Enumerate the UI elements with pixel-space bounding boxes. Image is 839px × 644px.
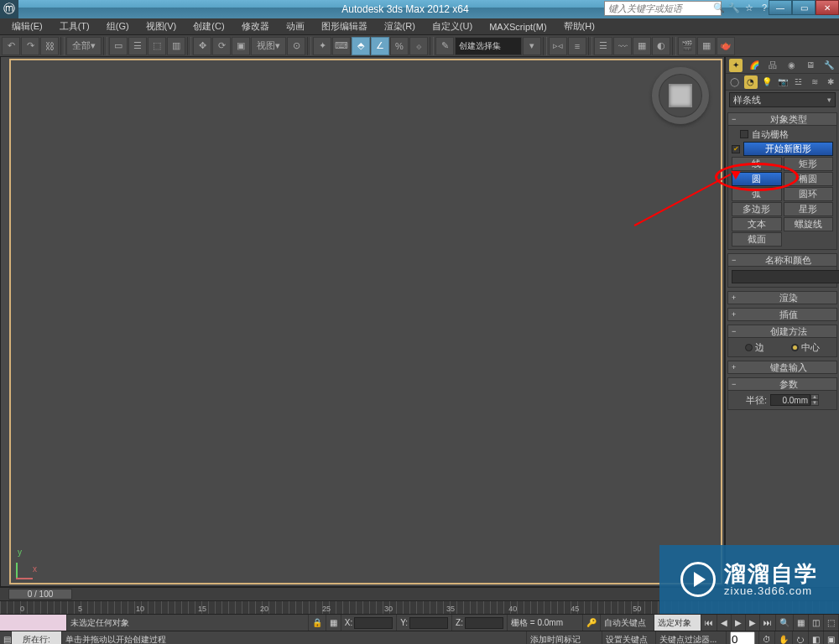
star-icon[interactable]: ☆ (743, 2, 755, 13)
coord-z-input[interactable] (465, 617, 503, 629)
percent-snap-icon[interactable]: % (390, 37, 409, 55)
modify-tab-icon[interactable]: 🌈 (748, 59, 761, 72)
search-icon[interactable]: 🔍 (713, 2, 725, 13)
subcategory-dropdown[interactable]: 样条线 (729, 92, 836, 107)
rotate-icon[interactable]: ⟳ (212, 37, 231, 55)
render-icon[interactable]: 🫖 (717, 37, 735, 55)
radius-spinner[interactable]: ▲▼ (770, 394, 819, 406)
startnew-checkbox[interactable]: ✔ (732, 145, 740, 153)
shape-ngon-button[interactable]: 多边形 (732, 202, 782, 216)
select-region-icon[interactable]: ⬚ (148, 37, 166, 55)
select-icon[interactable]: ▭ (109, 37, 128, 55)
start-new-shape-button[interactable]: 开始新图形 (743, 142, 833, 156)
shape-rectangle-button[interactable]: 矩形 (784, 157, 834, 171)
time-input[interactable] (730, 631, 755, 644)
display-tab-icon[interactable]: 🖥 (804, 59, 817, 72)
viewcube[interactable] (652, 67, 709, 124)
render-setup-icon[interactable]: 🎬 (678, 37, 696, 55)
edit-selection-icon[interactable]: ✎ (435, 37, 454, 55)
window-crossing-icon[interactable]: ▥ (167, 37, 185, 55)
rollout-method-header[interactable]: −创建方法 (727, 325, 837, 338)
help-search-input[interactable] (604, 1, 722, 16)
time-slider-handle[interactable]: 0 / 100 (8, 589, 72, 600)
key-target-dropdown[interactable]: 选定对象 (654, 615, 701, 631)
nav-pan-icon[interactable]: ✋ (775, 631, 793, 644)
menu-modifiers[interactable]: 修改器 (233, 20, 278, 33)
play-next-icon[interactable]: ▶ (746, 615, 760, 631)
viewport[interactable]: [ + 0 顶 0 真实 y x (0, 57, 725, 587)
play-prev-icon[interactable]: ◀ (717, 615, 732, 631)
lights-cat-icon[interactable]: 💡 (760, 75, 774, 89)
move-icon[interactable]: ✥ (193, 37, 211, 55)
shape-ellipse-button[interactable]: 椭圆 (784, 172, 834, 186)
systems-cat-icon[interactable]: ✱ (824, 75, 837, 89)
selection-dropdown-icon[interactable]: ▾ (523, 37, 541, 55)
shape-arc-button[interactable]: 弧 (732, 187, 782, 201)
create-tab-icon[interactable]: ✦ (729, 59, 743, 72)
key-filters-button[interactable]: 关键点过滤器... (656, 631, 727, 644)
angle-snap-icon[interactable]: ∠ (371, 37, 389, 55)
time-config-icon[interactable]: ⏱ (759, 631, 775, 644)
coord-y-input[interactable] (409, 617, 448, 629)
play-start-icon[interactable]: ⏮ (701, 615, 717, 631)
nav-region-icon[interactable]: ⬚ (824, 615, 839, 631)
select-name-icon[interactable]: ☰ (128, 37, 147, 55)
shape-section-button[interactable]: 截面 (732, 232, 782, 247)
play-end-icon[interactable]: ⏭ (760, 615, 776, 631)
selection-scope[interactable]: 全部 ▾ (66, 37, 102, 55)
select-manipulate-icon[interactable]: ✦ (313, 37, 331, 55)
geometry-cat-icon[interactable]: ◯ (728, 75, 742, 89)
keyboard-shortcut-icon[interactable]: ⌨ (332, 37, 351, 55)
shape-helix-button[interactable]: 螺旋线 (784, 217, 834, 231)
layer-icon[interactable]: ☰ (594, 37, 612, 55)
radius-up-icon[interactable]: ▲ (810, 394, 819, 400)
object-name-input[interactable] (732, 270, 839, 283)
shapes-cat-icon[interactable]: ◔ (744, 75, 758, 89)
script-listener[interactable] (0, 615, 67, 631)
wrench-icon[interactable]: 🔧 (728, 2, 740, 13)
minimize-button[interactable]: — (769, 0, 792, 15)
rollout-render-header[interactable]: +渲染 (727, 291, 837, 304)
nav-zoom-icon[interactable]: 🔍 (776, 615, 794, 631)
scale-icon[interactable]: ▣ (232, 37, 250, 55)
helpers-cat-icon[interactable]: ☳ (792, 75, 805, 89)
menu-grapheditors[interactable]: 图形编辑器 (313, 20, 376, 33)
hierarchy-tab-icon[interactable]: 品 (766, 59, 779, 72)
method-edge-radio[interactable]: 边 (745, 341, 764, 354)
menu-rendering[interactable]: 渲染(R) (376, 20, 424, 33)
align-icon[interactable]: ≡ (568, 37, 586, 55)
menu-tools[interactable]: 工具(T) (51, 20, 98, 33)
radius-down-icon[interactable]: ▼ (810, 400, 819, 406)
menu-group[interactable]: 组(G) (98, 20, 138, 33)
rollout-namecolor-header[interactable]: −名称和颜色 (727, 253, 837, 267)
curve-editor-icon[interactable]: 〰 (613, 37, 632, 55)
motion-tab-icon[interactable]: ◉ (785, 59, 799, 72)
help-search[interactable] (604, 1, 722, 16)
play-icon[interactable]: ▶ (732, 615, 746, 631)
key-icon[interactable]: 🔑 (583, 615, 601, 631)
utilities-tab-icon[interactable]: 🔧 (822, 59, 836, 72)
rollout-object-type-header[interactable]: −对象类型 (727, 112, 837, 126)
schematic-icon[interactable]: ▦ (633, 37, 651, 55)
radius-input[interactable] (770, 394, 810, 406)
menu-customize[interactable]: 自定义(U) (424, 20, 481, 33)
menu-maxscript[interactable]: MAXScript(M) (481, 22, 555, 32)
menu-animation[interactable]: 动画 (278, 20, 313, 33)
spacewarps-cat-icon[interactable]: ≋ (808, 75, 821, 89)
rollout-keyboard-header[interactable]: +键盘输入 (727, 361, 837, 374)
mirror-icon[interactable]: ▹◃ (549, 37, 567, 55)
viewport-inner[interactable] (9, 59, 722, 584)
redo-icon[interactable]: ↷ (21, 37, 39, 55)
shape-text-button[interactable]: 文本 (732, 217, 782, 231)
transform-typein-icon[interactable]: ▦ (326, 615, 341, 631)
link-icon[interactable]: ⛓ (40, 37, 59, 55)
undo-icon[interactable]: ↶ (2, 37, 20, 55)
menu-views[interactable]: 视图(V) (138, 20, 185, 33)
pivot-icon[interactable]: ⊙ (287, 37, 305, 55)
autogrid-checkbox[interactable]: 自动栅格 (732, 127, 833, 141)
render-frame-icon[interactable]: ▦ (697, 37, 716, 55)
named-selection-input[interactable]: 创建选择集 (455, 37, 522, 55)
coord-x-input[interactable] (354, 617, 393, 629)
mini-listener-icon[interactable]: ▤ (0, 631, 12, 644)
add-time-tag[interactable]: 添加时间标记 (527, 631, 602, 644)
